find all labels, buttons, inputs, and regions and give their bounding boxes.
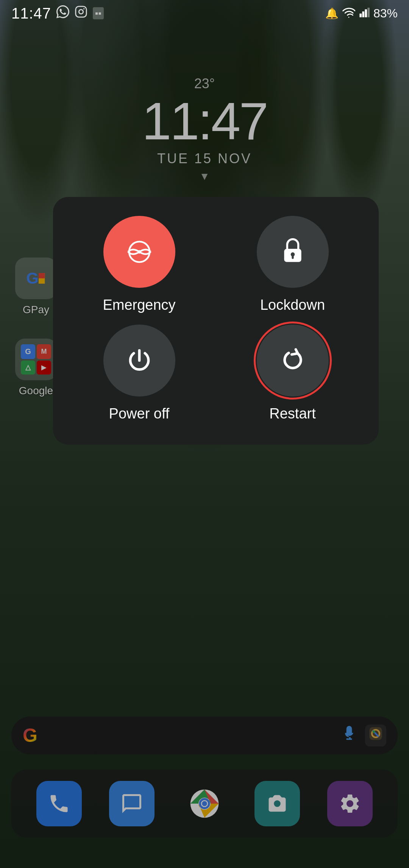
emergency-label: Emergency [103, 297, 175, 313]
status-bar: 11:47 ▪▪ 🔔 83% [0, 0, 409, 27]
emergency-icon [122, 235, 156, 269]
mute-icon: 🔔 [325, 7, 339, 20]
svg-rect-4 [362, 11, 364, 17]
lockdown-circle[interactable] [257, 216, 329, 288]
svg-rect-3 [359, 14, 362, 17]
power-off-button[interactable]: Power off [68, 325, 210, 422]
status-left: 11:47 ▪▪ [11, 5, 104, 22]
power-menu: Emergency Lockdown Power off [53, 197, 379, 445]
emergency-circle[interactable] [103, 216, 175, 288]
lock-icon [278, 237, 308, 267]
restart-icon [278, 345, 308, 376]
svg-rect-0 [76, 6, 86, 17]
power-icon [124, 345, 155, 376]
power-off-circle[interactable] [103, 325, 175, 397]
svg-point-1 [79, 9, 83, 14]
svg-point-8 [137, 250, 141, 254]
instagram-icon [75, 5, 87, 21]
signal-icon [359, 7, 370, 19]
lockdown-button[interactable]: Lockdown [222, 216, 364, 313]
power-off-label: Power off [109, 406, 170, 422]
wifi-icon [342, 7, 355, 19]
emergency-button[interactable]: Emergency [68, 216, 210, 313]
svg-rect-5 [365, 9, 367, 17]
svg-point-2 [83, 8, 84, 9]
svg-rect-6 [367, 8, 370, 17]
restart-label: Restart [269, 406, 315, 422]
other-app-icon: ▪▪ [93, 7, 104, 19]
whatsapp-icon [56, 5, 69, 21]
restart-button[interactable]: Restart [222, 325, 364, 422]
status-time: 11:47 [11, 5, 51, 22]
lockdown-label: Lockdown [260, 297, 325, 313]
restart-circle[interactable] [257, 325, 329, 397]
battery-percentage: 83% [373, 6, 398, 20]
svg-rect-11 [292, 255, 293, 259]
status-right: 🔔 83% [325, 6, 398, 20]
